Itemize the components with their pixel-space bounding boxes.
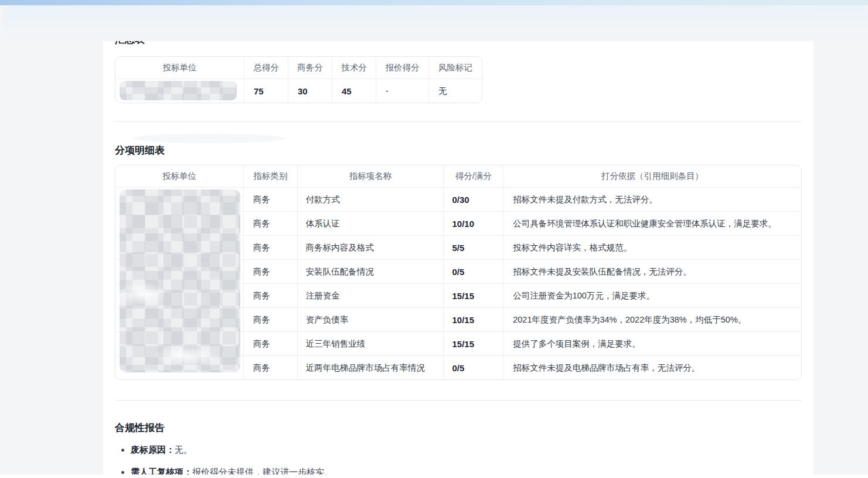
score-cell: 0/30 xyxy=(444,187,503,211)
page-header-card xyxy=(3,5,868,42)
score-cell: 15/15 xyxy=(444,331,503,355)
basis-cell: 招标文件未提及电梯品牌市场占有率，无法评分。 xyxy=(503,355,801,379)
technical-score-cell: 45 xyxy=(332,79,376,103)
column-header-quote-score: 报价得分 xyxy=(376,57,429,79)
category-cell: 商务 xyxy=(244,307,298,331)
quote-score-cell: - xyxy=(376,79,429,103)
category-cell: 商务 xyxy=(244,187,298,211)
redacted-company-name xyxy=(120,189,240,372)
column-header-scoring-basis: 打分依据（引用细则条目） xyxy=(503,165,801,187)
item-name-cell: 安装队伍配备情况 xyxy=(298,259,444,283)
basis-cell: 投标文件内容详实，格式规范。 xyxy=(503,235,801,259)
summary-table: 投标单位 总得分 商务分 技术分 报价得分 风险标记 75 30 xyxy=(115,56,482,103)
detail-table: 投标单位 指标类别 指标项名称 得分/满分 打分依据（引用细则条目） 商务 付款… xyxy=(115,165,802,380)
item-name-cell: 付款方式 xyxy=(298,187,444,211)
summary-section-title: 汇总表 xyxy=(115,41,802,47)
compliance-item-rejection-reason: 废标原因：无。 xyxy=(131,443,802,456)
score-cell: 0/5 xyxy=(444,259,503,283)
column-header-risk-flag: 风险标记 xyxy=(429,57,482,79)
compliance-list: 废标原因：无。 需人工复核项：报价得分未提供，建议进一步核实。 xyxy=(115,443,802,478)
category-cell: 商务 xyxy=(244,259,298,283)
score-cell: 5/5 xyxy=(444,235,503,259)
category-cell: 商务 xyxy=(244,235,298,259)
total-score-cell: 75 xyxy=(244,79,288,103)
business-score-cell: 30 xyxy=(288,79,332,103)
risk-flag-cell: 无 xyxy=(429,79,482,103)
column-header-technical-score: 技术分 xyxy=(332,57,376,79)
category-cell: 商务 xyxy=(244,211,298,235)
score-cell: 0/5 xyxy=(444,355,503,379)
basis-cell: 提供了多个项目案例，满足要求。 xyxy=(503,331,801,355)
column-header-business-score: 商务分 xyxy=(288,57,332,79)
column-header-total-score: 总得分 xyxy=(244,57,288,79)
basis-cell: 招标文件未提及安装队伍配备情况，无法评分。 xyxy=(503,259,801,283)
score-cell: 10/10 xyxy=(444,211,503,235)
basis-cell: 公司注册资金为100万元，满足要求。 xyxy=(503,283,801,307)
item-name-cell: 体系认证 xyxy=(298,211,444,235)
summary-header-row: 投标单位 总得分 商务分 技术分 报价得分 风险标记 xyxy=(115,57,482,79)
basis-cell: 2021年度资产负债率为34%，2022年度为38%，均低于50%。 xyxy=(503,307,801,331)
window-top-bar xyxy=(0,0,868,5)
column-header-item-name: 指标项名称 xyxy=(298,165,444,187)
category-cell: 商务 xyxy=(244,355,298,379)
detail-section-title: 分项明细表 xyxy=(115,144,802,158)
basis-cell: 招标文件未提及付款方式，无法评分。 xyxy=(503,187,801,211)
score-cell: 15/15 xyxy=(444,283,503,307)
item-name-cell: 近三年销售业绩 xyxy=(298,331,444,355)
item-name-cell: 资产负债率 xyxy=(298,307,444,331)
redacted-company-name xyxy=(120,81,237,100)
category-cell: 商务 xyxy=(244,331,298,355)
detail-header-row: 投标单位 指标类别 指标项名称 得分/满分 打分依据（引用细则条目） xyxy=(115,165,801,187)
basis-cell: 公司具备环境管理体系认证和职业健康安全管理体系认证，满足要求。 xyxy=(503,211,801,235)
compliance-section-title: 合规性报告 xyxy=(115,421,802,435)
bullet-text: 无。 xyxy=(175,445,192,455)
redaction-spill xyxy=(132,134,285,143)
column-header-score-ratio: 得分/满分 xyxy=(444,165,503,187)
item-name-cell: 近两年电梯品牌市场占有率情况 xyxy=(298,355,444,379)
score-cell: 10/15 xyxy=(444,307,503,331)
bottom-edge-overlay xyxy=(0,474,868,478)
item-name-cell: 注册资金 xyxy=(298,283,444,307)
column-header-bidder: 投标单位 xyxy=(115,165,244,187)
report-panel: 汇总表 投标单位 总得分 商务分 技术分 报价得分 风险标记 xyxy=(103,41,813,478)
section-divider xyxy=(115,121,802,122)
column-header-bidder: 投标单位 xyxy=(115,57,244,79)
summary-data-row: 75 30 45 - 无 xyxy=(115,79,482,103)
item-name-cell: 商务标内容及格式 xyxy=(298,235,444,259)
category-cell: 商务 xyxy=(244,283,298,307)
bullet-label: 废标原因 xyxy=(131,445,166,455)
column-header-category: 指标类别 xyxy=(244,165,298,187)
report-content: 汇总表 投标单位 总得分 商务分 技术分 报价得分 风险标记 xyxy=(103,41,813,478)
bidder-name-cell xyxy=(115,79,244,103)
section-divider xyxy=(115,400,802,401)
